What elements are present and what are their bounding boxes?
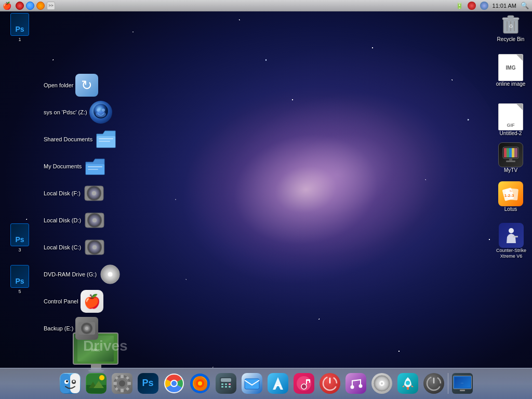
stack-item-shared-docs[interactable]: Shared Documents (42, 127, 124, 152)
dock-mail[interactable] (240, 371, 264, 395)
mytv-desktop-icon[interactable]: MyTV (492, 140, 529, 176)
untitled-2-icon[interactable]: GIF Untitled-2 (492, 101, 529, 139)
dock-itunes[interactable] (292, 371, 316, 395)
dock-photoshop[interactable]: Ps (136, 371, 160, 395)
desktop-file-3[interactable]: Ps 3 (4, 223, 35, 252)
dock-appstore[interactable] (266, 371, 290, 395)
svg-point-103 (406, 381, 410, 385)
dock-music-notes[interactable] (344, 371, 368, 395)
browser-icon-2[interactable] (26, 2, 34, 10)
lotus-icon: 1-2-3 (498, 181, 523, 206)
sys-drive-icon (89, 101, 112, 124)
dock-power-off[interactable] (422, 371, 446, 395)
stack-item-open-folder[interactable]: Open folder ↻ (42, 73, 124, 98)
lotus-desktop-icon[interactable]: 1-2-3 Lotus (492, 179, 529, 215)
dock-system-prefs[interactable] (110, 371, 134, 395)
stack-item-disk-f[interactable]: Local Disk (F:) (42, 181, 124, 206)
dock-divider (448, 373, 448, 394)
gif-file-icon: GIF (498, 103, 523, 130)
online-image-file-icon: IMG (498, 54, 523, 81)
svg-point-76 (171, 381, 177, 386)
recycle-bin-label: Recycle Bin (497, 36, 525, 43)
online-image-icon-desktop[interactable]: IMG online image (492, 52, 529, 89)
svg-text:iMac: iMac (91, 348, 100, 352)
stack-item-disk-d[interactable]: Local Disk (D:) (42, 208, 124, 233)
more-menu-indicator[interactable]: >> (47, 2, 55, 10)
menubar-left: 🍎 >> (3, 2, 55, 10)
svg-point-21 (92, 245, 97, 249)
svg-rect-43 (509, 148, 512, 157)
control-panel-icon: 🍎 (81, 290, 103, 313)
svg-point-13 (92, 191, 96, 195)
open-folder-icon: ↻ (75, 74, 98, 97)
dock-chrome[interactable] (162, 371, 186, 395)
svg-point-92 (301, 384, 307, 389)
svg-text:1-2-3: 1-2-3 (504, 193, 514, 198)
search-icon[interactable]: 🔍 (521, 2, 529, 9)
apple-menu[interactable]: 🍎 (3, 2, 10, 9)
my-docs-folder-icon (84, 155, 107, 178)
online-image-label: online image (496, 81, 526, 87)
browser-icon-1[interactable] (16, 2, 24, 10)
desktop-file-1[interactable]: Ps 1 (4, 13, 35, 42)
clock: 11:01 AM (493, 3, 516, 9)
status-icon-red (468, 2, 476, 10)
menubar-browsers: >> (16, 2, 55, 10)
svg-point-98 (350, 385, 354, 389)
dock-dvd-player[interactable] (370, 371, 394, 395)
recycle-bin-icon: ♻ (498, 11, 523, 36)
svg-rect-85 (229, 383, 231, 385)
svg-point-62 (99, 375, 104, 380)
file-label-5: 5 (18, 289, 21, 294)
svg-point-23 (108, 272, 113, 277)
svg-rect-5 (99, 138, 113, 139)
stack-item-sys[interactable]: sys on 'Pdsc' (Z:) (42, 100, 124, 125)
svg-rect-65 (121, 389, 124, 392)
dock-rocket[interactable] (396, 371, 420, 395)
untitled-2-label: Untitled-2 (500, 130, 522, 137)
cs-icon (499, 223, 524, 248)
cs-desktop-icon[interactable]: Counter-StrikeXtreme V6 (491, 221, 531, 261)
local-disk-f-icon (83, 182, 105, 205)
svg-rect-6 (99, 141, 110, 142)
recycle-bin[interactable]: ♻ Recycle Bin (492, 9, 529, 45)
svg-point-80 (198, 381, 202, 385)
svg-point-73 (119, 380, 125, 387)
backup-drive-icon (75, 317, 98, 340)
svg-rect-83 (221, 383, 223, 385)
svg-rect-39 (509, 158, 512, 161)
browser-icon-3[interactable] (36, 2, 45, 10)
dvd-drive-icon (99, 263, 122, 286)
stack-item-dvd[interactable]: DVD-RAM Drive (G:) (42, 262, 124, 287)
svg-rect-82 (221, 378, 231, 382)
dock-finder[interactable] (58, 371, 82, 395)
svg-rect-42 (507, 148, 509, 157)
svg-rect-41 (504, 148, 507, 157)
svg-rect-88 (229, 386, 231, 388)
svg-rect-45 (514, 148, 517, 157)
stack-item-control-panel[interactable]: Control Panel 🍎 (42, 289, 124, 314)
svg-rect-104 (407, 387, 409, 390)
svg-rect-64 (121, 375, 124, 378)
desktop-file-5[interactable]: Ps 5 (4, 265, 35, 294)
mytv-icon (498, 142, 523, 167)
stack-item-my-docs[interactable]: My Documents (42, 154, 124, 179)
svg-rect-9 (88, 169, 98, 170)
svg-rect-8 (88, 166, 102, 167)
stack-item-disk-c[interactable]: Local Disk (C:) (42, 235, 124, 260)
menubar-right: 🔋 11:01 AM 🔍 (456, 2, 529, 10)
dock-firefox[interactable] (188, 371, 212, 395)
stack-item-backup[interactable]: Backup (E:) (42, 316, 124, 341)
svg-rect-86 (221, 386, 223, 388)
dock-desktop[interactable] (84, 371, 108, 395)
svg-point-17 (92, 218, 97, 222)
dock-power-red[interactable] (318, 371, 342, 395)
menubar: 🍎 >> 🔋 11:01 AM 🔍 (0, 0, 532, 11)
svg-point-57 (73, 380, 75, 382)
dock-screen-preview[interactable]: ... (450, 371, 474, 395)
dock-calculator[interactable] (214, 371, 238, 395)
svg-point-56 (66, 380, 68, 382)
ps-file-icon-1: Ps (10, 13, 29, 36)
svg-rect-95 (309, 379, 310, 383)
battery-icon: 🔋 (456, 2, 463, 9)
